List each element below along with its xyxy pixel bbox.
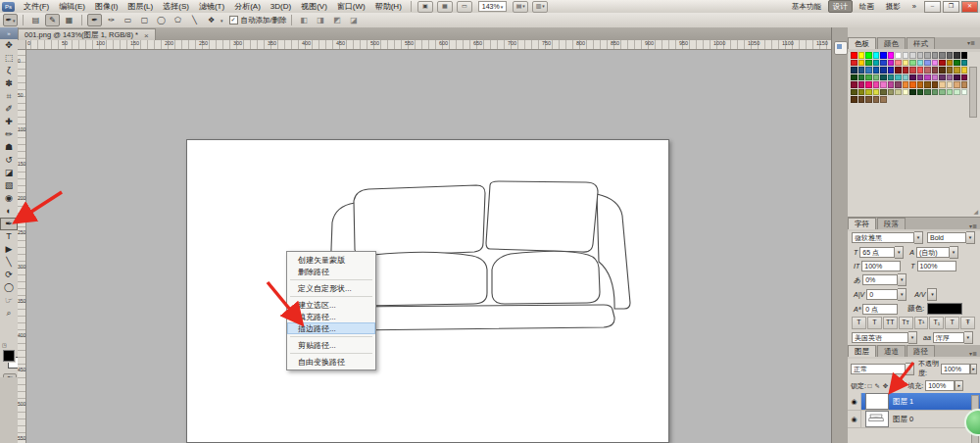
left-ruler[interactable]: 050100150200250300350400450500550 (18, 49, 26, 443)
type-style-button[interactable]: T₁ (929, 317, 944, 329)
color-swatch[interactable] (924, 67, 931, 74)
workspace-button[interactable]: 绘画 (855, 0, 879, 13)
zoom-level-dropdown[interactable]: 143%▾ (478, 1, 507, 12)
color-swatch[interactable] (924, 52, 931, 59)
color-swatch[interactable] (895, 67, 902, 74)
swatches-scrollbar[interactable] (969, 67, 977, 118)
panel-tab[interactable]: 路径 (906, 345, 935, 357)
fill-spinner[interactable]: ▸ (955, 380, 963, 391)
shapetool-custom-shape[interactable]: ❖ (204, 14, 219, 26)
color-swatch[interactable] (939, 60, 946, 67)
workspace-button[interactable]: 基本功能 (787, 0, 826, 13)
color-swatch[interactable] (880, 67, 887, 74)
color-swatch[interactable] (888, 81, 895, 88)
chevron-down-icon[interactable]: ▾ (964, 331, 973, 344)
shapetool-polygon[interactable]: ⬠ (171, 14, 185, 26)
chevron-down-icon[interactable]: ▾ (966, 231, 975, 244)
color-swatch[interactable] (954, 74, 960, 81)
chevron-down-icon[interactable]: ▾ (898, 288, 906, 301)
tool-line[interactable]: ╲ (0, 256, 18, 269)
horizontal-scale-field[interactable]: 100% (917, 261, 956, 271)
color-swatch[interactable] (932, 52, 939, 59)
color-swatch[interactable] (924, 81, 931, 88)
color-swatch[interactable] (873, 60, 880, 67)
chevron-down-icon[interactable]: ▾ (906, 363, 914, 375)
context-menu-item[interactable]: 填充路径... (287, 311, 375, 322)
lock-transparency-icon[interactable]: □ (867, 382, 871, 390)
menu-item[interactable]: 图像(I) (90, 1, 123, 13)
color-swatch[interactable] (880, 52, 887, 59)
workspace-button[interactable]: 摄影 (881, 0, 906, 13)
color-swatch[interactable] (917, 89, 924, 96)
workspace-overflow-button[interactable]: » (907, 0, 921, 13)
fill-field[interactable]: 100% (925, 380, 955, 391)
color-swatch[interactable] (917, 52, 924, 59)
color-swatch[interactable] (851, 74, 858, 81)
tool-marquee[interactable]: ⬚ (0, 52, 18, 65)
chevron-down-icon[interactable]: ▾ (895, 246, 904, 259)
tool-history-brush[interactable]: ↺ (0, 154, 18, 167)
color-swatch[interactable] (865, 96, 872, 103)
color-swatch[interactable] (880, 81, 887, 88)
color-swatch[interactable] (909, 60, 916, 67)
color-swatch[interactable] (858, 74, 865, 81)
panel-tab[interactable]: 图层 (848, 345, 876, 357)
type-style-button[interactable]: Ŧ (960, 317, 975, 329)
color-swatch[interactable] (909, 74, 916, 81)
font-style-field[interactable]: Bold (927, 232, 966, 243)
panel-menu-icon[interactable]: ▾≣ (966, 350, 980, 357)
appbar-view-extras-icon[interactable]: ▦ (437, 1, 453, 13)
color-swatch[interactable] (865, 74, 872, 81)
color-swatch[interactable] (961, 89, 968, 96)
window-minimize[interactable]: – (924, 1, 941, 13)
layer-name[interactable]: 图层 1 (893, 397, 913, 407)
tool-blur[interactable]: ◉ (0, 192, 18, 205)
tool-pen[interactable]: ✒ (0, 218, 18, 230)
color-swatch[interactable] (865, 67, 872, 74)
color-swatch[interactable] (903, 60, 909, 67)
leading-field[interactable]: (自动) (916, 247, 950, 258)
tool-preset-picker[interactable]: ✒▾ (3, 14, 18, 26)
tool-lasso[interactable]: ζ (0, 65, 18, 77)
panel-tab[interactable]: 颜色 (877, 37, 906, 49)
shapetool-ellipse[interactable]: ◯ (154, 14, 169, 26)
color-swatch[interactable] (851, 89, 858, 96)
text-color-swatch[interactable] (927, 303, 962, 315)
color-swatch[interactable] (932, 67, 939, 74)
color-swatch[interactable] (947, 52, 954, 59)
color-swatch[interactable] (851, 96, 858, 103)
color-swatch[interactable] (858, 81, 865, 88)
layer-thumbnail[interactable] (865, 393, 889, 410)
panel-menu-icon[interactable]: ▾≣ (964, 39, 978, 46)
color-swatch[interactable] (865, 52, 872, 59)
color-swatch[interactable] (909, 89, 916, 96)
pathop-add-path-area[interactable]: ◧ (297, 14, 312, 26)
pathop-subtract-path-area[interactable]: ◨ (314, 14, 328, 26)
lock-position-icon[interactable]: ✥ (883, 382, 888, 390)
toolbox-header[interactable]: » (0, 27, 18, 39)
vertical-scale-field[interactable]: 100% (861, 261, 901, 271)
color-swatch[interactable] (903, 74, 909, 81)
color-swatch[interactable] (917, 81, 924, 88)
context-menu-item[interactable]: 建立选区... (287, 299, 375, 311)
tool-crop[interactable]: ⌗ (0, 90, 18, 103)
tool-quick-select[interactable]: ✽ (0, 77, 18, 90)
color-swatch[interactable] (873, 52, 880, 59)
color-swatch[interactable] (932, 74, 939, 81)
color-swatch[interactable] (851, 81, 858, 88)
mode-fill-pixels[interactable]: ▦ (62, 14, 76, 26)
color-swatch[interactable] (851, 52, 858, 59)
color-swatch[interactable] (961, 74, 968, 81)
color-swatch[interactable] (961, 52, 968, 59)
lock-image-icon[interactable]: ✎ (874, 382, 879, 390)
tool-orbit-3d[interactable]: ◯ (0, 281, 18, 294)
top-ruler[interactable]: 0501001502002503003504004505005506006507… (18, 40, 831, 50)
panel-tab[interactable]: 通道 (877, 345, 906, 357)
color-swatch[interactable] (865, 89, 872, 96)
tool-eyedropper[interactable]: ✐ (0, 103, 18, 116)
tool-brush[interactable]: ✏ (0, 128, 18, 141)
tool-healing-brush[interactable]: ✚ (0, 116, 18, 128)
color-swatch[interactable] (924, 89, 931, 96)
color-swatch[interactable] (873, 96, 880, 103)
appbar-guides-icon[interactable]: ▭ (457, 1, 472, 13)
